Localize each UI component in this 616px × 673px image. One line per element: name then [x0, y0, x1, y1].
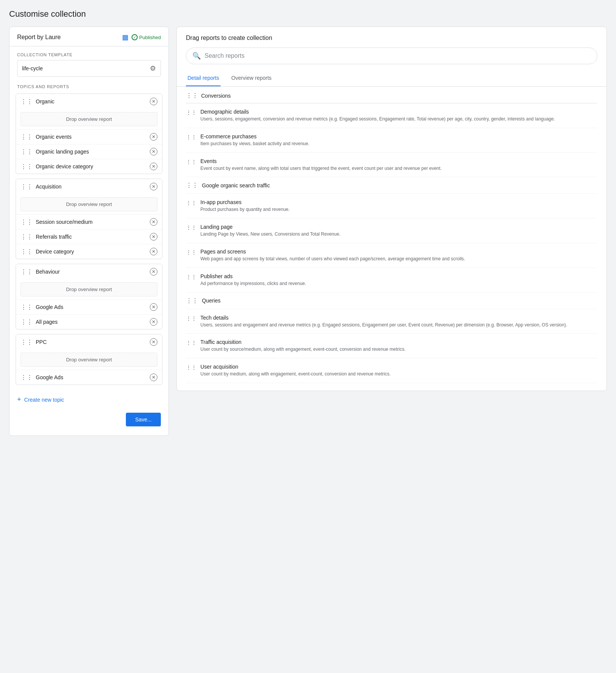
report-item-desc: Product purchases by quantity and revenu…	[200, 206, 290, 213]
topic-name: PPC	[36, 339, 47, 345]
report-item: ⋮⋮ Publisher ads Ad performance by impre…	[186, 268, 597, 293]
drag-handle[interactable]: ⋮⋮	[21, 339, 33, 346]
report-item: ⋮⋮ Tech details Users, sessions and enga…	[186, 309, 597, 334]
template-value: life-cycle	[22, 65, 43, 71]
drag-handle[interactable]: ⋮⋮	[186, 315, 197, 321]
remove-report-button[interactable]: ✕	[150, 374, 157, 381]
tab-detail[interactable]: Detail reports	[186, 70, 221, 86]
drag-handle[interactable]: ⋮⋮	[186, 340, 197, 346]
report-name: Organic device category	[36, 163, 93, 169]
drag-handle[interactable]: ⋮⋮	[21, 248, 33, 255]
report-item-title: Demographic details	[200, 109, 555, 115]
report-name: Organic landing pages	[36, 149, 89, 155]
left-panel-header: Report by Laure ▩ ✓ Published	[10, 27, 168, 46]
drag-handle[interactable]: ⋮⋮	[186, 249, 197, 255]
report-item-title: Traffic acquisition	[200, 339, 406, 345]
drag-handle[interactable]: ⋮⋮	[21, 318, 33, 326]
drag-handle[interactable]: ⋮⋮	[21, 219, 33, 226]
drag-handle[interactable]: ⋮⋮	[21, 304, 33, 311]
drag-handle[interactable]: ⋮⋮	[186, 159, 197, 165]
topic-name: Organic	[36, 98, 54, 105]
tabs-row: Detail reportsOverview reports	[177, 70, 606, 87]
drop-zone[interactable]: Drop overview report	[21, 197, 157, 211]
drag-handle[interactable]: ⋮⋮	[21, 183, 33, 190]
remove-report-button[interactable]: ✕	[150, 148, 157, 155]
template-dropdown[interactable]: life-cycle ⚙	[17, 60, 161, 77]
report-name: Organic events	[36, 134, 71, 140]
drag-handle[interactable]: ⋮⋮	[21, 133, 33, 141]
create-topic-button[interactable]: + Create new topic	[10, 390, 168, 404]
report-item-desc: Users, sessions, engagement, conversion …	[200, 116, 555, 122]
close-icon: ✕	[152, 234, 156, 239]
drop-zone[interactable]: Drop overview report	[21, 112, 157, 126]
create-topic-label: Create new topic	[24, 397, 64, 403]
report-item-title: Events	[200, 158, 441, 164]
remove-report-button[interactable]: ✕	[150, 248, 157, 255]
remove-topic-button[interactable]: ✕	[150, 98, 157, 105]
drag-handle[interactable]: ⋮⋮	[186, 109, 197, 116]
drag-handle[interactable]: ⋮⋮	[186, 134, 197, 140]
drag-handle[interactable]: ⋮⋮	[186, 225, 197, 231]
drag-handle[interactable]: ⋮⋮	[21, 233, 33, 241]
topic-header-acquisition: ⋮⋮ Acquisition ✕	[16, 179, 162, 194]
tab-overview[interactable]: Overview reports	[230, 70, 273, 86]
report-item-desc: Item purchases by views, basket activity…	[200, 141, 310, 147]
remove-topic-button[interactable]: ✕	[150, 338, 157, 346]
search-box[interactable]: 🔍 Search reports	[186, 48, 597, 64]
drag-handle[interactable]: ⋮⋮	[21, 268, 33, 276]
report-name: Device category	[36, 249, 74, 255]
report-item-title: Pages and screens	[200, 249, 465, 255]
close-icon: ✕	[152, 319, 156, 325]
report-item-desc: Landing Page by Views, New users, Conver…	[200, 231, 340, 238]
close-icon: ✕	[152, 269, 156, 274]
close-icon: ✕	[152, 375, 156, 380]
drop-zone[interactable]: Drop overview report	[21, 282, 157, 296]
drag-handle[interactable]: ⋮⋮	[21, 98, 33, 105]
remove-report-button[interactable]: ✕	[150, 163, 157, 170]
report-item: ⋮⋮ Demographic details Users, sessions, …	[186, 103, 597, 128]
topic-header-organic: ⋮⋮ Organic ✕	[16, 94, 162, 109]
report-name: Session source/medium	[36, 219, 92, 225]
report-item: ⋮⋮ E-commerce purchases Item purchases b…	[186, 128, 597, 153]
page-title: Customise collection	[9, 9, 607, 19]
report-row: ⋮⋮ All pages ✕	[16, 314, 162, 329]
group-name: Conversions	[201, 93, 231, 99]
report-item: ⋮⋮ Pages and screens Web pages and app s…	[186, 243, 597, 268]
left-panel: Report by Laure ▩ ✓ Published COLLECTION…	[9, 27, 169, 436]
drag-handle[interactable]: ⋮⋮	[186, 182, 198, 189]
close-icon: ✕	[152, 249, 156, 254]
remove-topic-button[interactable]: ✕	[150, 183, 157, 190]
remove-topic-button[interactable]: ✕	[150, 268, 157, 276]
close-icon: ✕	[152, 164, 156, 169]
plus-icon: +	[17, 396, 21, 404]
report-item: ⋮⋮ Events Event count by event name, alo…	[186, 153, 597, 177]
drag-handle[interactable]: ⋮⋮	[21, 374, 33, 381]
drag-handle[interactable]: ⋮⋮	[186, 274, 197, 280]
topic-name: Behaviour	[36, 269, 60, 275]
drag-handle[interactable]: ⋮⋮	[186, 200, 197, 206]
topics-area: ⋮⋮ Organic ✕ Drop overview report ⋮⋮ Org…	[10, 93, 168, 385]
group-header: ⋮⋮ Conversions	[186, 87, 597, 103]
drag-handle[interactable]: ⋮⋮	[186, 297, 198, 304]
remove-report-button[interactable]: ✕	[150, 133, 157, 141]
report-item-desc: Users, sessions and engagement and reven…	[200, 322, 567, 328]
drop-zone[interactable]: Drop overview report	[21, 353, 157, 367]
remove-report-button[interactable]: ✕	[150, 318, 157, 326]
report-title: Report by Laure	[17, 34, 61, 41]
report-name: All pages	[36, 319, 58, 325]
remove-report-button[interactable]: ✕	[150, 303, 157, 311]
drag-handle[interactable]: ⋮⋮	[21, 163, 33, 170]
save-button[interactable]: Save...	[126, 413, 161, 426]
report-item: ⋮⋮ Traffic acquisition User count by sou…	[186, 334, 597, 358]
remove-report-button[interactable]: ✕	[150, 233, 157, 241]
report-row: ⋮⋮ Google Ads ✕	[16, 299, 162, 314]
report-item-desc: User count by medium, along with engagem…	[200, 371, 391, 377]
drag-handle[interactable]: ⋮⋮	[186, 92, 198, 99]
report-row: ⋮⋮ Google Ads ✕	[16, 370, 162, 385]
drag-handle[interactable]: ⋮⋮	[186, 364, 197, 371]
topic-name: Acquisition	[36, 184, 62, 190]
save-btn-row: Save...	[10, 404, 168, 426]
drag-handle[interactable]: ⋮⋮	[21, 148, 33, 155]
search-icon: 🔍	[192, 52, 201, 60]
remove-report-button[interactable]: ✕	[150, 218, 157, 226]
